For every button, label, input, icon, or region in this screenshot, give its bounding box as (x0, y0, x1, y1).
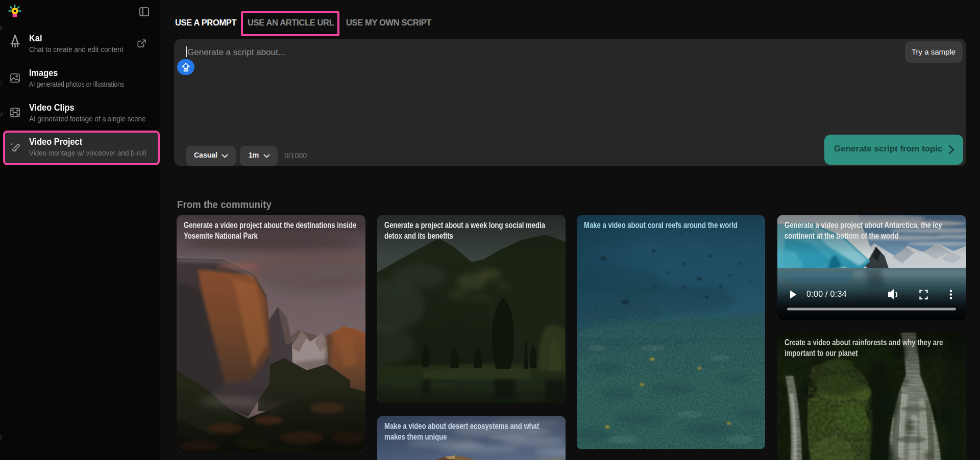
svg-text:+: + (11, 142, 13, 146)
svg-text:+: + (18, 143, 20, 147)
svg-text:+: + (15, 148, 17, 152)
